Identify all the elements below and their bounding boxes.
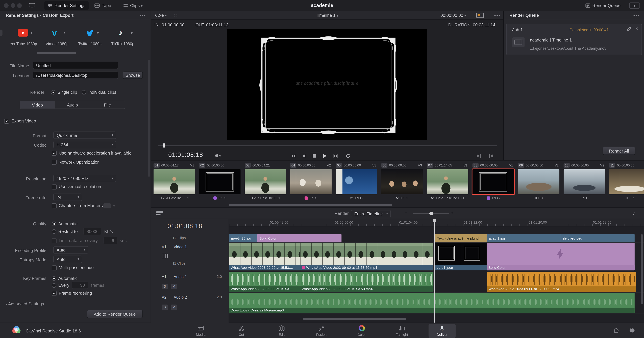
strip-clip-07[interactable]: 0700:01:14:05V1 fxH.264 Baseline L3.1 xyxy=(427,163,471,204)
location-input[interactable] xyxy=(33,72,118,79)
workspace-dropdown[interactable]: ▾ xyxy=(629,3,640,9)
export-video-checkbox[interactable] xyxy=(4,119,9,124)
chevron-down-icon[interactable]: ▾ xyxy=(113,204,115,208)
viewer-scrub-bar[interactable] xyxy=(158,145,497,146)
limit-value-input[interactable] xyxy=(103,237,117,244)
skip-to-start-icon[interactable] xyxy=(290,154,296,158)
key-frames-every-radio[interactable] xyxy=(52,283,56,288)
panel-scrollbar[interactable] xyxy=(148,60,150,177)
strip-clip-11[interactable]: 1100:00:00:00 JPEG xyxy=(609,163,644,204)
tab-audio[interactable]: Audio xyxy=(55,101,90,108)
track-v1-id[interactable]: V1 xyxy=(162,244,166,249)
playhead[interactable] xyxy=(434,219,434,322)
mute-speaker-icon[interactable] xyxy=(214,153,221,158)
strip-clip-09[interactable]: 0900:00:00:00V2 JPEG xyxy=(518,163,562,204)
quality-automatic-radio[interactable] xyxy=(52,222,56,226)
strip-clip-03[interactable]: 0300:00:04:21 H.264 Baseline L3.1 xyxy=(245,163,288,204)
page-cut[interactable]: Cut xyxy=(228,324,255,338)
page-color[interactable]: Color xyxy=(348,324,375,338)
strip-clip-06[interactable]: 0600:00:00:00V3 fxJPEG xyxy=(382,163,425,204)
timeline-clip[interactable]: Text - Une académie plurid... xyxy=(435,234,487,242)
viewer-options-menu-icon[interactable]: ••• xyxy=(494,13,501,18)
home-icon[interactable] xyxy=(613,327,620,333)
timeline-clip[interactable]: card1.jpeg xyxy=(435,243,487,270)
preset-twitter[interactable]: ▾ Twitter 1080p xyxy=(72,28,108,46)
scrub-playhead[interactable] xyxy=(164,143,164,147)
track-a1-name[interactable]: Audio 1 xyxy=(174,274,187,279)
chapters-checkbox[interactable] xyxy=(52,204,56,208)
clip-thumbnail[interactable] xyxy=(427,169,468,194)
video-preview[interactable]: une académie pluridisciplinaire xyxy=(227,29,427,140)
restrict-to-radio[interactable] xyxy=(52,229,56,234)
timeline-clip[interactable]: Solid Color xyxy=(258,234,342,242)
loop-playback-icon[interactable] xyxy=(488,154,494,158)
strip-clip-01[interactable]: 0100:00:04:17V1 H.264 Baseline L3.1 xyxy=(154,163,198,204)
resolution-dropdown[interactable]: 1920 x 1080 HD▾ xyxy=(53,175,116,182)
viewer-timecode-field[interactable]: 00:00:00:00 ▾ xyxy=(440,13,466,18)
codec-dropdown[interactable]: H.264▾ xyxy=(53,141,116,148)
preset-youtube[interactable]: ▾ YouTube 1080p xyxy=(6,28,41,46)
page-edit[interactable]: Edit xyxy=(268,324,295,338)
add-to-render-queue-button[interactable]: Add to Render Queue xyxy=(86,310,143,318)
timeline-clip[interactable]: meetin30.jpg xyxy=(229,234,257,242)
preset-tiktok[interactable]: ♪▾ TikTok 1080p xyxy=(105,28,140,46)
timeline-view-options-icon[interactable] xyxy=(156,211,164,216)
strip-clip-10[interactable]: 1000:00:00:00V2 JPEG xyxy=(564,163,608,204)
track-a2-name[interactable]: Audio 2 xyxy=(174,295,187,299)
filmstrip-view-icon[interactable] xyxy=(162,253,168,258)
single-clip-radio[interactable] xyxy=(51,90,55,95)
frame-rate-dropdown[interactable]: 24▾ xyxy=(53,194,82,201)
render-job-card[interactable]: Job 1 Completed in 00:00:41 × academie |… xyxy=(506,24,642,55)
tab-file[interactable]: File xyxy=(90,101,125,108)
preset-clipped[interactable] xyxy=(0,30,2,36)
render-range-dropdown[interactable]: Entire Timeline▾ xyxy=(351,210,391,217)
zoom-in-button[interactable]: + xyxy=(451,210,454,216)
audio-mixer-icon[interactable]: ♪ xyxy=(633,210,636,216)
clip-thumbnail[interactable] xyxy=(154,169,195,194)
page-media[interactable]: Media xyxy=(187,324,214,338)
clip-thumbnail[interactable] xyxy=(199,169,240,194)
chevron-down-icon[interactable]: ▾ xyxy=(63,31,65,35)
track-v1-name[interactable]: Video 1 xyxy=(174,244,187,249)
page-deliver-active[interactable]: Deliver xyxy=(428,324,456,338)
clip-thumbnail[interactable] xyxy=(245,169,286,194)
chevron-down-icon[interactable]: ▾ xyxy=(30,31,32,35)
chevron-down-icon[interactable]: ▾ xyxy=(130,31,132,35)
render-queue-toggle[interactable]: Render Queue xyxy=(582,1,624,10)
track-a1-mute-button[interactable]: M xyxy=(171,284,177,289)
page-fusion[interactable]: Fusion xyxy=(308,324,335,338)
tab-video[interactable]: Video xyxy=(20,101,55,108)
timeline-clip[interactable]: WhatsApp Video 2023-09-02 at 15.53.... xyxy=(229,243,300,270)
loop-icon[interactable] xyxy=(346,154,350,158)
timeline-audio-clip[interactable]: WhatsApp Video 2023-09-02 at 15.53.50.mp… xyxy=(300,272,434,292)
clip-thumbnail[interactable] xyxy=(336,169,377,194)
timeline-clip[interactable]: acad 1.jpg xyxy=(487,234,560,242)
remove-job-icon[interactable]: × xyxy=(636,26,638,31)
clip-thumbnail[interactable] xyxy=(518,169,560,194)
vertical-resolution-checkbox[interactable] xyxy=(52,185,56,189)
panel-options-icon[interactable]: ••• xyxy=(140,13,146,18)
network-optimization-checkbox[interactable] xyxy=(52,160,56,165)
key-frames-value-input[interactable] xyxy=(72,282,88,289)
encoding-profile-dropdown[interactable]: Auto▾ xyxy=(53,246,88,253)
browse-button[interactable]: Browse xyxy=(123,72,143,79)
timeline-audio-clip[interactable]: Dove Love - Quincas Moreira.mp3 xyxy=(229,293,634,313)
strip-clip-04[interactable]: 0400:00:00:00V2 JPEG xyxy=(290,163,334,204)
preset-vimeo[interactable]: v▾ Vimeo 1080p xyxy=(40,28,75,46)
file-name-input[interactable] xyxy=(33,62,118,69)
individual-clips-radio[interactable] xyxy=(82,90,86,95)
strip-scrollbar[interactable] xyxy=(229,204,392,206)
play-icon[interactable] xyxy=(323,154,327,158)
gear-icon[interactable] xyxy=(629,327,636,334)
format-dropdown[interactable]: QuickTime▾ xyxy=(53,131,116,139)
timeline-clip[interactable]: ile d'aix.jpeg xyxy=(561,234,634,242)
advanced-settings-toggle[interactable]: › Advanced Settings xyxy=(6,301,44,306)
timeline-ruler[interactable]: 01:00:48:00 01:00:56:00 01:01:04:00 01:0… xyxy=(229,219,644,226)
track-a2-mute-button[interactable]: M xyxy=(171,304,177,310)
play-reverse-icon[interactable] xyxy=(301,154,306,158)
key-frames-automatic-radio[interactable] xyxy=(52,276,56,281)
clip-thumbnail[interactable] xyxy=(290,169,332,194)
queue-options-icon[interactable]: ••• xyxy=(633,13,640,18)
output-display-icon[interactable] xyxy=(476,13,485,18)
timeline-v-scrollbar[interactable] xyxy=(641,234,643,304)
